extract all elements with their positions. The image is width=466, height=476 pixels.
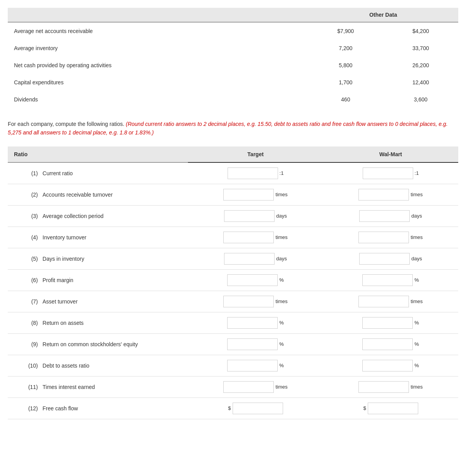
- other-data-row-label: Average net accounts receivable: [8, 22, 308, 40]
- ratio-number-3: (4): [8, 227, 41, 248]
- walmart-input-5-suffix: %: [414, 277, 419, 283]
- other-data-row-target: 5,800: [308, 57, 383, 74]
- ratio-walmart-cell-0: :1: [323, 162, 458, 184]
- ratio-row: (4) Inventory turnover times times: [8, 227, 458, 248]
- other-data-row-target: $7,900: [308, 22, 383, 40]
- ratio-target-cell-4: days: [188, 248, 323, 269]
- target-input-10-suffix: times: [275, 384, 287, 390]
- walmart-input-3[interactable]: [358, 232, 409, 243]
- instruction-block: For each company, compute the following …: [8, 120, 458, 137]
- other-data-row: Dividends 460 3,600: [8, 91, 458, 108]
- other-data-row: Capital expenditures 1,700 12,400: [8, 74, 458, 91]
- ratio-label-2: Average collection period: [41, 205, 188, 227]
- walmart-input-5[interactable]: [362, 274, 413, 286]
- ratio-target-cell-7: %: [188, 312, 323, 333]
- walmart-input-3-suffix: times: [410, 234, 423, 240]
- ratio-target-cell-3: times: [188, 227, 323, 248]
- ratio-label-3: Inventory turnover: [41, 227, 188, 248]
- ratio-number-1: (2): [8, 184, 41, 205]
- other-data-row: Average inventory 7,200 33,700: [8, 40, 458, 57]
- ratio-walmart-cell-5: %: [323, 269, 458, 291]
- ratio-table: Ratio Target Wal-Mart (1) Current ratio …: [8, 146, 458, 419]
- ratio-target-cell-0: :1: [188, 162, 323, 184]
- target-input-2-suffix: days: [276, 213, 287, 219]
- ratio-walmart-cell-8: %: [323, 333, 458, 355]
- target-input-6[interactable]: [223, 296, 274, 307]
- ratio-label-9: Debt to assets ratio: [41, 355, 188, 376]
- target-input-4[interactable]: [224, 253, 275, 265]
- walmart-input-4[interactable]: [359, 253, 410, 265]
- walmart-input-0-suffix: :1: [415, 170, 419, 176]
- target-input-7[interactable]: [227, 317, 278, 329]
- target-input-6-suffix: times: [275, 298, 287, 304]
- walmart-input-11[interactable]: [368, 403, 418, 414]
- other-data-row-walmart: 26,200: [383, 57, 458, 74]
- ratio-label-11: Free cash flow: [41, 398, 188, 419]
- walmart-input-2-suffix: days: [411, 213, 422, 219]
- ratio-label-0: Current ratio: [41, 162, 188, 184]
- walmart-input-7-suffix: %: [414, 320, 419, 326]
- walmart-input-0[interactable]: [363, 167, 413, 179]
- ratio-label-6: Asset turnover: [41, 291, 188, 312]
- target-input-0-suffix: :1: [280, 170, 284, 176]
- ratio-walmart-cell-3: times: [323, 227, 458, 248]
- target-input-8-suffix: %: [279, 341, 284, 347]
- target-input-5[interactable]: [227, 274, 278, 286]
- walmart-input-8[interactable]: [362, 338, 413, 350]
- ratio-number-8: (9): [8, 333, 41, 355]
- walmart-input-9[interactable]: [362, 360, 413, 371]
- walmart-input-11-prefix: $: [363, 405, 366, 411]
- walmart-input-1-suffix: times: [410, 192, 423, 197]
- ratio-row: (2) Accounts receivable turnover times t…: [8, 184, 458, 205]
- ratio-row: (1) Current ratio :1 :1: [8, 162, 458, 184]
- other-data-row-walmart: $4,200: [383, 22, 458, 40]
- other-data-row-target: 460: [308, 91, 383, 108]
- ratio-target-cell-9: %: [188, 355, 323, 376]
- target-input-11[interactable]: [233, 403, 283, 414]
- walmart-input-2[interactable]: [359, 210, 410, 222]
- target-input-1-suffix: times: [275, 192, 287, 197]
- target-input-10[interactable]: [223, 381, 274, 393]
- ratio-row: (8) Return on assets % %: [8, 312, 458, 333]
- ratio-row: (10) Debt to assets ratio % %: [8, 355, 458, 376]
- walmart-input-1[interactable]: [358, 189, 409, 201]
- ratio-number-2: (3): [8, 205, 41, 227]
- ratio-target-cell-2: days: [188, 205, 323, 227]
- ratio-walmart-cell-9: %: [323, 355, 458, 376]
- ratio-walmart-cell-7: %: [323, 312, 458, 333]
- ratio-walmart-cell-6: times: [323, 291, 458, 312]
- target-input-9[interactable]: [227, 360, 278, 371]
- ratio-label-8: Return on common stockholders' equity: [41, 333, 188, 355]
- walmart-input-7[interactable]: [362, 317, 413, 329]
- target-input-0[interactable]: [228, 167, 278, 179]
- target-input-11-prefix: $: [228, 405, 231, 411]
- instruction-normal: For each company, compute the following …: [8, 121, 124, 127]
- ratio-row: (7) Asset turnover times times: [8, 291, 458, 312]
- target-input-8[interactable]: [227, 338, 278, 350]
- ratio-target-cell-10: times: [188, 376, 323, 398]
- ratio-number-0: (1): [8, 162, 41, 184]
- other-data-row-walmart: 12,400: [383, 74, 458, 91]
- ratio-target-cell-8: %: [188, 333, 323, 355]
- ratio-label-4: Days in inventory: [41, 248, 188, 269]
- other-data-row-walmart: 33,700: [383, 40, 458, 57]
- target-input-2[interactable]: [224, 210, 275, 222]
- target-input-3-suffix: times: [275, 234, 287, 240]
- target-input-9-suffix: %: [279, 363, 284, 368]
- target-input-5-suffix: %: [279, 277, 284, 283]
- target-input-3[interactable]: [223, 232, 274, 243]
- walmart-input-10[interactable]: [358, 381, 409, 393]
- ratio-label-5: Profit margin: [41, 269, 188, 291]
- ratio-number-7: (8): [8, 312, 41, 333]
- ratio-target-cell-11: $: [188, 398, 323, 419]
- ratio-target-cell-5: %: [188, 269, 323, 291]
- ratio-number-6: (7): [8, 291, 41, 312]
- walmart-input-6-suffix: times: [410, 298, 423, 304]
- ratio-number-5: (6): [8, 269, 41, 291]
- other-data-row-label: Net cash provided by operating activitie…: [8, 57, 308, 74]
- target-input-1[interactable]: [223, 189, 274, 201]
- ratio-row: (6) Profit margin % %: [8, 269, 458, 291]
- walmart-input-6[interactable]: [358, 296, 409, 307]
- ratio-number-10: (11): [8, 376, 41, 398]
- ratio-label-1: Accounts receivable turnover: [41, 184, 188, 205]
